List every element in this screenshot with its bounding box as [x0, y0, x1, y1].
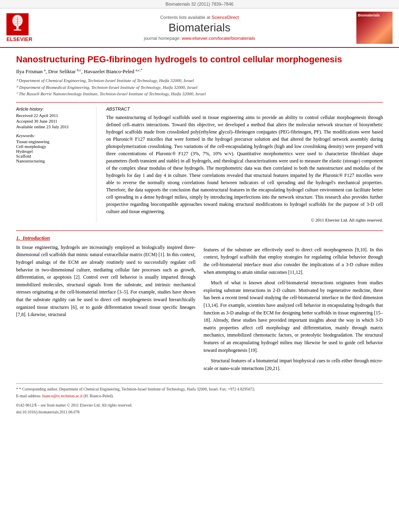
- intro-para-4: Structural features of a biomaterial imp…: [204, 357, 383, 372]
- abstract-body: The nanostructuring of hydrogel scaffold…: [106, 115, 383, 214]
- homepage-label: journal homepage:: [144, 36, 182, 41]
- intro-para-2: features of the substrate are effectivel…: [204, 246, 383, 276]
- corresponding-footnote: * * Corresponding author. Department of …: [16, 386, 383, 392]
- body-section: 1. Introduction In tissue engineering, h…: [16, 230, 383, 376]
- journal-title: Biomaterials: [55, 21, 344, 34]
- intro-para-1: In tissue engineering, hydrogels are inc…: [16, 244, 195, 318]
- article-body: Article history: Received 22 April 2011 …: [16, 102, 383, 222]
- email-link[interactable]: bianco@tx.technion.ac.il: [42, 394, 82, 398]
- journal-header: ELSEVIER Contents lists available at Sci…: [0, 8, 399, 48]
- keyword-5: Nanostructuring: [16, 158, 90, 163]
- journal-header-center: Contents lists available at ScienceDirec…: [55, 15, 344, 41]
- keywords-section: Keywords: Tissue engineering Cell morpho…: [16, 133, 90, 163]
- right-column: features of the substrate are effectivel…: [204, 235, 383, 376]
- section-1-heading: 1. Introduction: [16, 235, 195, 241]
- authors-line: Ilya Frisman a, Dror Seliktar b,c, Havaz…: [16, 68, 383, 75]
- elsevier-tree-icon: [6, 13, 29, 35]
- article-info-panel: Article history: Received 22 April 2011 …: [16, 107, 97, 222]
- asterisk-icon: *: [16, 387, 19, 391]
- abstract-copyright: © 2011 Elsevier Ltd. All rights reserved…: [106, 218, 383, 222]
- keyword-4: Scaffold: [16, 154, 90, 158]
- affiliation-b: ᵇ Department of Biomedical Engineering, …: [16, 84, 383, 91]
- email-footnote: E-mail address: bianco@tx.technion.ac.il…: [16, 393, 383, 399]
- elsevier-logo-area: ELSEVIER: [6, 13, 55, 42]
- citation-bar: Biomaterials 32 (2011) 7839–7846: [0, 0, 399, 8]
- sciencedirect-link[interactable]: ScienceDirect: [212, 15, 239, 20]
- journal-cover-image: Biomaterials: [356, 12, 393, 44]
- keyword-3: Hydrogel: [16, 149, 90, 154]
- main-content: Nanostructuring PEG-fibrinogen hydrogels…: [0, 48, 399, 422]
- two-column-layout: 1. Introduction In tissue engineering, h…: [16, 235, 383, 376]
- journal-homepage: journal homepage: www.elsevier.com/locat…: [55, 36, 344, 41]
- authors-text: Ilya Frisman a, Dror Seliktar b,c, Havaz…: [16, 68, 142, 74]
- doi-line: doi:10.1016/j.biomaterials.2011.06.078: [16, 409, 383, 415]
- section-title: Introduction: [23, 235, 50, 241]
- available-online-date: Available online 23 July 2011: [16, 124, 90, 129]
- intro-para-3: Much of what is known about cell-biomate…: [204, 279, 383, 354]
- elsevier-logo: ELSEVIER: [6, 13, 55, 42]
- elsevier-wordmark: ELSEVIER: [6, 36, 32, 42]
- cover-label: Biomaterials: [358, 13, 380, 17]
- intro-right-text: features of the substrate are effectivel…: [204, 246, 383, 372]
- svg-rect-2: [16, 26, 19, 30]
- footer-section: * * Corresponding author. Department of …: [16, 383, 383, 415]
- affiliation-a: ᵃ Department of Chemical Engineering, Te…: [16, 77, 383, 84]
- email-name: (H. Bianco-Peled).: [84, 394, 114, 398]
- history-title: Article history:: [16, 107, 90, 111]
- corresponding-text: * Corresponding author. Department of Ch…: [19, 387, 255, 391]
- homepage-url[interactable]: www.elsevier.com/locate/biomaterials: [182, 36, 255, 41]
- section-number: 1.: [16, 235, 21, 241]
- accepted-date: Accepted 30 June 2011: [16, 119, 90, 123]
- article-title: Nanostructuring PEG-fibrinogen hydrogels…: [16, 54, 383, 65]
- svg-rect-3: [14, 29, 21, 31]
- abstract-title: ABSTRACT: [106, 107, 383, 111]
- left-column: 1. Introduction In tissue engineering, h…: [16, 235, 195, 376]
- affiliation-c: ᶜ The Russell Berrie Nanotechnology Inst…: [16, 90, 383, 97]
- affiliations: ᵃ Department of Chemical Engineering, Te…: [16, 77, 383, 97]
- journal-cover-area: Biomaterials: [344, 12, 393, 44]
- abstract-section: ABSTRACT The nanostructuring of hydrogel…: [106, 107, 383, 222]
- email-label: E-mail address:: [16, 394, 42, 398]
- keyword-2: Cell morphology: [16, 144, 90, 149]
- keyword-1: Tissue engineering: [16, 139, 90, 144]
- abstract-text: The nanostructuring of hydrogel scaffold…: [106, 114, 383, 215]
- contents-list-label: Contents lists available at: [160, 15, 212, 20]
- keywords-title: Keywords:: [16, 133, 90, 138]
- issn-line: 0142-9612/$ – see front matter © 2011 El…: [16, 402, 383, 408]
- received-date: Received 22 April 2011: [16, 113, 90, 118]
- citation-text: Biomaterials 32 (2011) 7839–7846: [166, 2, 234, 6]
- intro-left-text: In tissue engineering, hydrogels are inc…: [16, 244, 195, 318]
- article-history: Article history: Received 22 April 2011 …: [16, 107, 90, 129]
